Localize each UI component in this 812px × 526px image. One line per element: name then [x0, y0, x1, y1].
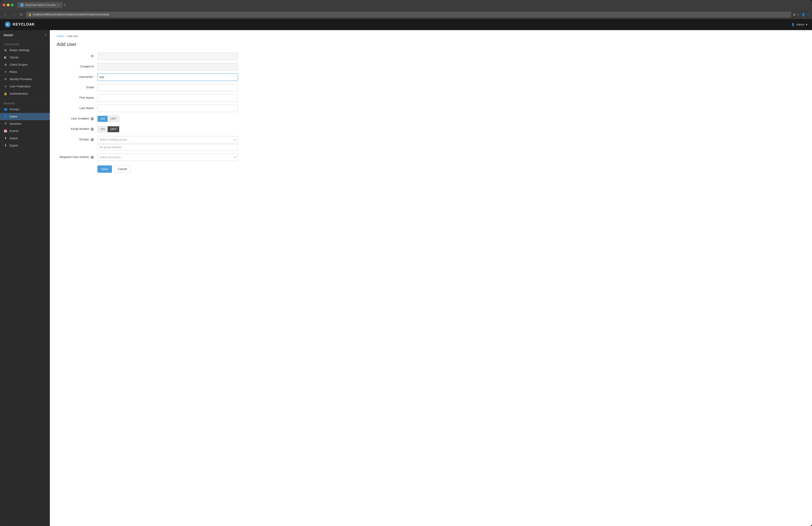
save-button[interactable]: Save [98, 165, 112, 173]
import-icon: ⬆ [4, 136, 7, 140]
content-wrapper: Users › Add user Add user ID [50, 30, 812, 177]
email-input[interactable] [98, 84, 238, 91]
tab-close-icon[interactable]: ✕ [57, 4, 59, 6]
sidebar-item-groups[interactable]: 👥 Groups [0, 106, 50, 113]
lock-icon: 🔒 [28, 13, 31, 16]
user-enabled-toggle-wrap: ON OFF [98, 115, 238, 122]
sidebar-item-roles[interactable]: ≡ Roles [0, 69, 50, 76]
roles-icon: ≡ [4, 70, 7, 74]
sidebar-item-label: Events [10, 129, 18, 133]
browser-window: Keycloak Admin Console ✕ + ← → ↻ 🔒 local… [0, 0, 812, 526]
breadcrumb-parent-link[interactable]: Users [57, 35, 64, 38]
sidebar-item-user-federation[interactable]: ≡ User Federation [0, 83, 50, 90]
sidebar: Master ▾ Configure ⊞ Realm Settings ◧ Cl… [0, 30, 50, 526]
id-input[interactable] [98, 53, 238, 60]
breadcrumb-separator: › [65, 35, 66, 38]
browser-toolbar: ← → ↻ 🔒 localhost:8082/auth/admin/master… [0, 10, 812, 19]
form-actions: Save Cancel [57, 165, 238, 173]
active-tab[interactable]: Keycloak Admin Console ✕ [17, 2, 62, 8]
user-federation-icon: ≡ [4, 85, 7, 88]
first-name-field-wrap [98, 94, 238, 102]
email-verified-toggle-button[interactable]: ON OFF [98, 126, 119, 132]
sidebar-item-identity-providers[interactable]: ⇄ Identity Providers [0, 76, 50, 83]
groups-info-icon[interactable]: ? [91, 138, 94, 141]
user-enabled-label: User Enabled ? [57, 115, 98, 120]
svg-text:K: K [6, 22, 9, 26]
manage-section-label: Manage [0, 99, 50, 106]
user-enabled-info-icon[interactable]: ? [91, 117, 94, 120]
email-verified-row: Email Verified ? ON OFF [57, 125, 238, 133]
email-verified-on-button[interactable]: ON [98, 126, 107, 132]
traffic-lights [3, 4, 14, 6]
sidebar-item-client-scopes[interactable]: ⊛ Client Scopes [0, 61, 50, 69]
username-input[interactable] [98, 74, 238, 81]
sidebar-item-label: Users [10, 115, 17, 118]
sidebar-item-label: User Federation [10, 85, 31, 88]
email-verified-off-button[interactable]: OFF [107, 126, 119, 132]
sidebar-item-users[interactable]: 👤 Users [0, 113, 50, 120]
navbar-brand: K KEYCLOAK [4, 21, 35, 28]
breadcrumb-current: Add user [67, 35, 78, 38]
toggle-button[interactable]: ON OFF [98, 116, 119, 122]
groups-select-wrap: Select existing group... ▼ [98, 136, 238, 143]
required-actions-select[interactable]: Select an action... [98, 154, 238, 161]
forward-button[interactable]: → [11, 12, 17, 17]
email-verified-toggle-wrap: ON OFF [98, 125, 238, 133]
sidebar-item-realm-settings[interactable]: ⊞ Realm Settings [0, 47, 50, 54]
sidebar-item-import[interactable]: ⬆ Import [0, 135, 50, 142]
realm-selector[interactable]: Master ▾ [0, 30, 50, 40]
first-name-input[interactable] [98, 94, 238, 102]
id-row: ID [57, 53, 238, 60]
back-button[interactable]: ← [2, 12, 9, 17]
required-actions-select-wrap: Select an action... ▼ [98, 154, 238, 161]
sidebar-item-label: Import [10, 136, 18, 140]
admin-menu[interactable]: 👤 Admin ▾ [791, 23, 808, 26]
translate-icon[interactable]: ⊞ [793, 13, 796, 16]
sidebar-item-authentication[interactable]: 🔒 Authentication [0, 90, 50, 97]
last-name-input[interactable] [98, 105, 238, 112]
refresh-button[interactable]: ↻ [18, 12, 24, 18]
sidebar-item-export[interactable]: ⬇ Export [0, 142, 50, 149]
user-enabled-toggle: ON OFF [98, 115, 238, 122]
clients-icon: ◧ [4, 56, 7, 59]
toolbar-right: ⊞ ☆ 👤 ⋮ [793, 13, 810, 16]
sessions-icon: ⏱ [4, 122, 7, 125]
bookmark-icon[interactable]: ☆ [797, 13, 800, 16]
sidebar-divider [0, 98, 50, 99]
maximize-button[interactable] [11, 4, 14, 6]
required-actions-label: Required User Actions ? [57, 154, 98, 159]
page-title: Add user [57, 42, 805, 47]
menu-icon[interactable]: ⋮ [807, 13, 810, 16]
app-navbar: K KEYCLOAK 👤 Admin ▾ [0, 19, 812, 30]
form-actions-spacer [57, 168, 98, 170]
created-at-field-wrap [98, 63, 238, 70]
username-row: Username* [57, 74, 238, 81]
sidebar-item-label: Roles [10, 70, 17, 74]
admin-label: Admin [796, 23, 804, 26]
authentication-icon: 🔒 [4, 92, 7, 95]
minimize-button[interactable] [7, 4, 10, 6]
cancel-button[interactable]: Cancel [114, 165, 131, 173]
browser-titlebar: Keycloak Admin Console ✕ + [0, 0, 812, 10]
email-verified-info-icon[interactable]: ? [91, 127, 94, 131]
app-frame: K KEYCLOAK 👤 Admin ▾ Master ▾ Configure [0, 19, 812, 526]
user-icon[interactable]: 👤 [801, 13, 805, 16]
address-bar[interactable]: 🔒 localhost:8082/auth/admin/master/conso… [26, 12, 791, 17]
created-at-row: Created At [57, 63, 238, 70]
toggle-on-button[interactable]: ON [98, 116, 107, 122]
close-button[interactable] [3, 4, 5, 6]
realm-name: Master [4, 33, 13, 37]
sidebar-item-clients[interactable]: ◧ Clients [0, 54, 50, 61]
new-tab-button[interactable]: + [63, 3, 66, 7]
username-field-wrap [98, 74, 238, 81]
realm-settings-icon: ⊞ [4, 48, 7, 52]
required-actions-row: Required User Actions ? Select an action… [57, 154, 238, 161]
groups-select[interactable]: Select existing group... [98, 136, 238, 143]
required-actions-info-icon[interactable]: ? [91, 156, 94, 159]
identity-providers-icon: ⇄ [4, 77, 7, 81]
tab-favicon [20, 3, 24, 6]
toggle-off-button[interactable]: OFF [107, 116, 119, 122]
sidebar-item-sessions[interactable]: ⏱ Sessions [0, 120, 50, 127]
sidebar-item-events[interactable]: 📅 Events [0, 127, 50, 135]
events-icon: 📅 [4, 129, 7, 133]
